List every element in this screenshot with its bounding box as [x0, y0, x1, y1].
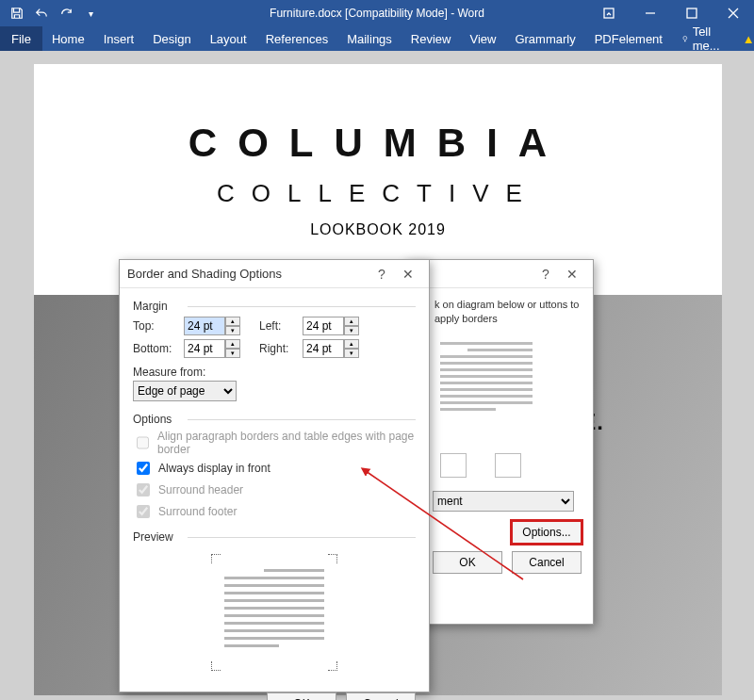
- tab-home[interactable]: Home: [42, 26, 94, 51]
- label-measure-from: Measure from:: [133, 366, 416, 379]
- label-bottom: Bottom:: [133, 342, 178, 355]
- dialog-help-button[interactable]: ?: [533, 267, 559, 282]
- tab-mailings[interactable]: Mailings: [337, 26, 402, 51]
- margin-top-spinner[interactable]: ▴▾: [184, 317, 240, 335]
- doc-subtitle: LOOKBOOK 2019: [34, 221, 722, 238]
- warning-icon: ▲: [743, 32, 754, 46]
- group-options: Options: [133, 413, 416, 426]
- ribbon-display-options-icon[interactable]: [588, 0, 630, 26]
- undo-icon[interactable]: [30, 2, 53, 24]
- margin-right-input[interactable]: [303, 339, 344, 358]
- cancel-button[interactable]: Cancel: [512, 551, 582, 574]
- spin-up[interactable]: ▴: [344, 339, 359, 349]
- tab-grammarly[interactable]: Grammarly: [505, 26, 584, 51]
- margin-bottom-spinner[interactable]: ▴▾: [184, 339, 240, 358]
- margin-left-input[interactable]: [303, 317, 344, 335]
- warning-indicator[interactable]: ▲: [733, 26, 754, 51]
- titlebar: ▾ Furniture.docx [Compatibility Mode] - …: [0, 0, 754, 26]
- doc-heading-2: COLLECTIVE: [34, 179, 722, 208]
- checkbox-always-front[interactable]: Always display in front: [133, 459, 416, 478]
- tab-insert[interactable]: Insert: [94, 26, 144, 51]
- tell-me-label: Tell me...: [693, 24, 724, 53]
- margin-top-input[interactable]: [184, 317, 225, 335]
- spin-down[interactable]: ▾: [225, 349, 240, 358]
- preview-hint-text: k on diagram below or uttons to apply bo…: [406, 288, 593, 331]
- spin-down[interactable]: ▾: [344, 326, 359, 335]
- dialog-title: Border and Shading Options: [127, 267, 282, 281]
- checkbox-surround-footer: Surround footer: [133, 502, 416, 521]
- cancel-button[interactable]: Cancel: [346, 692, 416, 700]
- qat-customize-icon[interactable]: ▾: [79, 2, 102, 24]
- ok-button[interactable]: OK: [267, 692, 336, 700]
- spin-up[interactable]: ▴: [225, 317, 240, 326]
- svg-rect-1: [687, 8, 697, 18]
- tab-pdfelement[interactable]: PDFelement: [585, 26, 672, 51]
- spin-down[interactable]: ▾: [344, 349, 359, 358]
- ok-button[interactable]: OK: [433, 551, 502, 574]
- svg-point-2: [683, 36, 687, 40]
- measure-from-select[interactable]: Edge of page: [133, 381, 237, 401]
- margin-right-spinner[interactable]: ▴▾: [303, 339, 359, 358]
- spin-up[interactable]: ▴: [344, 317, 359, 326]
- checkbox-surround-header: Surround header: [133, 480, 416, 499]
- save-icon[interactable]: [6, 2, 28, 24]
- lightbulb-icon: [681, 33, 689, 44]
- spin-down[interactable]: ▾: [225, 326, 240, 335]
- checkbox-align-borders: Align paragraph borders and table edges …: [133, 430, 416, 456]
- margin-bottom-input[interactable]: [184, 339, 225, 358]
- tab-file[interactable]: File: [0, 26, 42, 51]
- preview-pane: [208, 551, 340, 674]
- tab-view[interactable]: View: [460, 26, 505, 51]
- tab-design[interactable]: Design: [143, 26, 200, 51]
- apply-to-select[interactable]: ment: [433, 491, 574, 512]
- margin-left-spinner[interactable]: ▴▾: [303, 317, 359, 335]
- tab-layout[interactable]: Layout: [201, 26, 256, 51]
- label-top: Top:: [133, 319, 178, 333]
- border-preview-diagram[interactable]: [434, 336, 538, 440]
- doc-heading-1: COLUMBIA: [34, 121, 722, 166]
- label-right: Right:: [259, 342, 297, 355]
- label-left: Left:: [259, 319, 297, 333]
- borders-and-shading-dialog: ? ✕ k on diagram below or uttons to appl…: [405, 259, 594, 625]
- minimize-button[interactable]: [630, 0, 671, 26]
- dialog-close-button[interactable]: ✕: [559, 267, 585, 282]
- tab-references[interactable]: References: [256, 26, 337, 51]
- border-right-toggle[interactable]: [495, 453, 521, 478]
- group-margin: Margin: [133, 300, 416, 313]
- options-button[interactable]: Options...: [512, 521, 582, 544]
- border-left-toggle[interactable]: [440, 453, 467, 478]
- group-preview: Preview: [133, 530, 416, 544]
- maximize-button[interactable]: [671, 0, 713, 26]
- tab-review[interactable]: Review: [402, 26, 461, 51]
- border-and-shading-options-dialog: Border and Shading Options ? ✕ Margin To…: [119, 259, 430, 692]
- spin-up[interactable]: ▴: [225, 339, 240, 349]
- tell-me-search[interactable]: Tell me...: [672, 26, 733, 51]
- dialog-help-button[interactable]: ?: [369, 267, 395, 282]
- close-button[interactable]: [713, 0, 754, 26]
- ribbon-tabs: File Home Insert Design Layout Reference…: [0, 26, 754, 51]
- redo-icon[interactable]: [55, 2, 77, 24]
- dialog-close-button[interactable]: ✕: [395, 267, 421, 282]
